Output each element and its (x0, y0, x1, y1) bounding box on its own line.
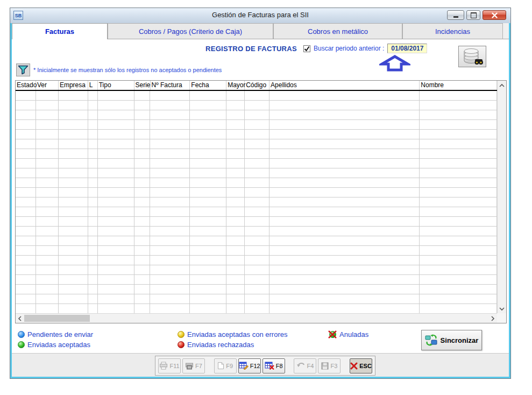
escape-button[interactable]: ESC (350, 358, 372, 373)
table-cell (88, 207, 98, 216)
table-cell (245, 120, 269, 129)
table-cell (98, 236, 134, 245)
table-cell (16, 110, 36, 119)
table-row[interactable] (16, 198, 497, 207)
chevron-down-icon (499, 307, 505, 311)
table-row[interactable] (16, 265, 497, 275)
table-row[interactable] (16, 275, 497, 285)
table-cell (190, 188, 226, 197)
close-button[interactable] (483, 10, 506, 20)
table-cell (134, 130, 151, 139)
undo-icon (296, 362, 305, 369)
scroll-right-button[interactable] (488, 314, 497, 323)
table-row[interactable] (16, 285, 497, 294)
table-cell (88, 91, 98, 100)
table-row[interactable] (16, 188, 497, 198)
scroll-up-button[interactable] (498, 81, 506, 90)
table-cell (16, 130, 36, 139)
legend-aceptadas: Enviadas aceptadas (18, 340, 90, 349)
table-cell (98, 294, 134, 304)
table-cell (190, 294, 226, 304)
chevron-left-icon (18, 315, 22, 322)
table-row[interactable] (16, 101, 497, 110)
filter-button[interactable] (16, 64, 30, 76)
table-cell (88, 227, 98, 236)
table-cell (150, 178, 190, 187)
table-row[interactable] (16, 168, 497, 178)
table-cell (420, 256, 497, 265)
table-cell (98, 139, 134, 149)
table-cell (190, 178, 226, 187)
table-cell (190, 159, 226, 168)
tab-cobros-pagos[interactable]: Cobros / Pagos (Criterio de Caja) (108, 23, 273, 39)
table-cell (190, 285, 226, 294)
table-header: Estado Ver Empresa L Tipo Serie Nº Factu… (16, 81, 497, 91)
period-date-field[interactable]: 01/08/2017 (387, 44, 427, 53)
title-bar[interactable]: Gestión de Facturas para el SII SB (10, 8, 510, 24)
table-row[interactable] (16, 130, 497, 139)
tab-cobros-metalico[interactable]: Cobros en metálico (273, 23, 402, 39)
table-cell (36, 227, 59, 236)
table-row[interactable] (16, 178, 497, 188)
table-cell (134, 110, 151, 119)
search-button[interactable] (458, 46, 486, 67)
table-row[interactable] (16, 236, 497, 246)
table-cell (420, 198, 497, 207)
vertical-scrollbar[interactable] (497, 81, 506, 313)
table-row[interactable] (16, 159, 497, 168)
table-body[interactable] (16, 91, 497, 313)
horizontal-scroll-thumb[interactable] (24, 315, 90, 322)
table-cell (98, 101, 134, 110)
table-cell (190, 246, 226, 255)
table-cell (98, 207, 134, 216)
scroll-down-button[interactable] (498, 304, 506, 313)
table-cell (36, 159, 59, 168)
table-cell (226, 217, 245, 226)
table-row[interactable] (16, 91, 497, 101)
table-cell (245, 110, 269, 119)
tab-facturas[interactable]: Facturas (12, 23, 108, 39)
table-cell (36, 217, 59, 226)
table-row[interactable] (16, 149, 497, 159)
table-cell (420, 207, 497, 216)
table-cell (88, 178, 98, 187)
edit-button-f12[interactable]: F12 (238, 358, 261, 373)
table-cell (134, 101, 151, 110)
table-cell (59, 139, 88, 149)
restore-button[interactable] (466, 10, 480, 20)
print-form-button-f7: F7 (182, 358, 205, 373)
sincronizar-button[interactable]: Sincronizar (421, 330, 482, 350)
table-cell (150, 256, 190, 265)
scroll-left-button[interactable] (16, 314, 24, 323)
table-row[interactable] (16, 120, 497, 130)
table-cell (134, 207, 151, 216)
table-cell (59, 188, 88, 197)
tab-incidencias[interactable]: Incidencias (402, 23, 503, 39)
table-row[interactable] (16, 139, 497, 149)
table-cell (16, 304, 36, 313)
table-row[interactable] (16, 217, 497, 227)
previous-period-checkbox[interactable] (303, 45, 310, 52)
table-row[interactable] (16, 304, 497, 313)
table-row[interactable] (16, 110, 497, 120)
undo-button-f4: F4 (294, 358, 316, 373)
table-cell (150, 130, 190, 139)
table-cell (134, 246, 151, 255)
table-cell (245, 198, 269, 207)
table-row[interactable] (16, 227, 497, 236)
table-cell (134, 188, 151, 197)
delete-button-f8[interactable]: F8 (263, 358, 285, 373)
table-cell (88, 236, 98, 245)
checkmark-icon (304, 46, 310, 52)
table-row[interactable] (16, 246, 497, 256)
table-row[interactable] (16, 256, 497, 265)
minimize-button[interactable] (447, 10, 464, 20)
toolbar-strip: F11 F7 (12, 353, 509, 377)
horizontal-scrollbar[interactable] (16, 313, 497, 323)
table-cell (88, 285, 98, 294)
table-cell (134, 168, 151, 178)
print-button-f11: F11 (158, 358, 181, 373)
table-row[interactable] (16, 294, 497, 304)
table-row[interactable] (16, 207, 497, 217)
table-cell (245, 149, 269, 158)
